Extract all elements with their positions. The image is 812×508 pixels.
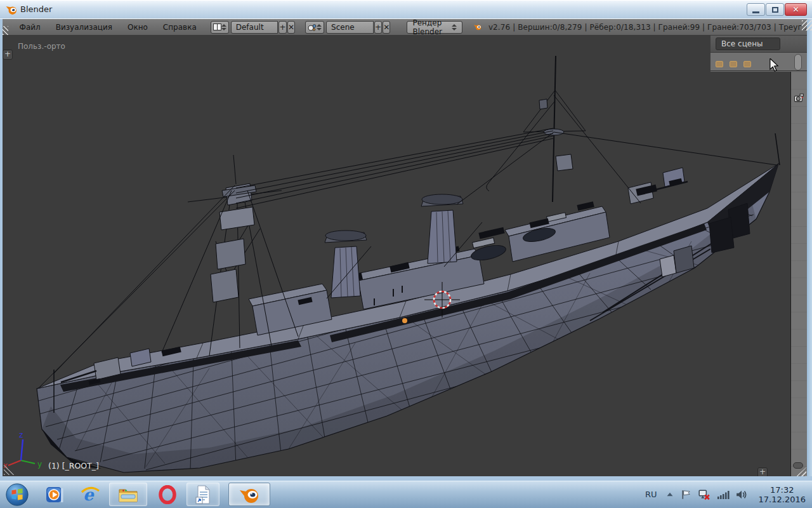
window-title: Blender — [20, 0, 52, 19]
resize-grip-icon[interactable] — [796, 467, 806, 476]
resize-grip-icon[interactable] — [802, 20, 812, 30]
outliner-header: Все сцены — [710, 36, 807, 53]
blender-icon — [239, 486, 259, 504]
window-titlebar[interactable]: Blender ✕ — [0, 0, 812, 19]
signal-bars-icon[interactable] — [717, 490, 730, 500]
opera-icon — [158, 485, 177, 504]
properties-expand-button[interactable]: + — [757, 467, 768, 476]
start-button[interactable] — [5, 483, 29, 507]
minimize-icon — [752, 11, 759, 13]
blender-app-icon — [6, 4, 17, 15]
object-origin-icon — [402, 318, 407, 323]
close-button[interactable]: ✕ — [785, 3, 807, 16]
object-icon[interactable] — [743, 61, 751, 67]
start-icon — [6, 483, 28, 505]
window-border-bottom — [0, 476, 812, 481]
language-indicator[interactable]: RU — [645, 490, 657, 499]
info-editor-header: Файл Визуализация Окно Справка Default +… — [3, 19, 807, 36]
spinner-arrows-icon — [452, 24, 457, 30]
remove-icon: ✕ — [383, 23, 390, 32]
volume-icon[interactable] — [736, 490, 747, 500]
action-center-flag-icon[interactable] — [680, 489, 691, 500]
media-player-icon — [45, 485, 64, 504]
remove-layout-button[interactable]: ✕ — [287, 21, 295, 34]
minimize-button[interactable] — [747, 3, 765, 16]
spinner-arrows-icon[interactable] — [221, 24, 226, 30]
menu-help[interactable]: Справка — [163, 23, 197, 32]
add-icon: + — [280, 23, 286, 32]
screen-layout-selector[interactable] — [211, 21, 229, 34]
render-engine-selector[interactable]: Рендер Blender — [407, 21, 462, 34]
object-icon[interactable] — [730, 61, 737, 67]
outliner-display-mode[interactable]: Все сцены — [716, 37, 780, 50]
toolshelf-expand-button[interactable]: + — [3, 50, 13, 60]
ship-wireframe-model[interactable]: x y z — [3, 36, 807, 476]
scene-icon — [308, 23, 317, 31]
outliner-panel: Все сцены — [710, 36, 807, 72]
taskbar-internet-explorer-button[interactable]: e — [80, 485, 100, 505]
maximize-button[interactable] — [766, 3, 784, 16]
taskbar-media-player-button[interactable] — [44, 485, 65, 505]
remove-scene-button[interactable]: ✕ — [383, 21, 390, 34]
explorer-icon — [117, 486, 139, 504]
window-border-right — [807, 19, 812, 476]
mouse-pointer-icon — [769, 58, 779, 72]
view-name-label: Польз.-орто — [18, 42, 65, 51]
foremast — [188, 155, 282, 356]
scrollbar-thumb[interactable] — [794, 54, 802, 70]
render-engine-value: Рендер Blender — [412, 18, 452, 36]
tray-clock[interactable]: 17:32 17.12.2016 — [759, 485, 806, 504]
add-icon: + — [375, 23, 381, 32]
screen-layout-value[interactable]: Default — [231, 21, 278, 34]
internet-explorer-icon: e — [80, 485, 100, 504]
add-layout-button[interactable]: + — [278, 21, 286, 34]
screen-layout-icon — [213, 23, 221, 30]
taskbar: e — [0, 481, 812, 508]
viewport-3d[interactable]: x y z Польз.-орто + + (1) [_ROOT_] — [3, 36, 807, 476]
menu-render[interactable]: Визуализация — [56, 23, 112, 32]
camera-icon[interactable] — [794, 93, 805, 103]
taskbar-blender-button[interactable] — [228, 483, 270, 506]
menu-file[interactable]: Файл — [20, 23, 41, 32]
scene-statistics: v2.76 | Вершин:0/8,279 | Рёбер:0/18,313 … — [488, 23, 807, 32]
scene-value[interactable]: Scene — [326, 21, 374, 34]
tray-time: 17:32 — [759, 485, 806, 495]
document-icon — [195, 485, 211, 504]
axis-gizmo-icon: x y z — [3, 431, 42, 470]
outliner-content[interactable] — [710, 53, 807, 71]
hidden-icons-chevron-icon[interactable] — [666, 491, 674, 497]
toggle-pill-icon[interactable] — [793, 462, 803, 469]
remove-icon: ✕ — [288, 23, 294, 32]
blender-logo-icon — [474, 22, 482, 32]
taskbar-opera-button[interactable] — [157, 485, 178, 505]
system-tray: RU 17:32 17.12.201 — [645, 485, 812, 504]
resize-grip-icon[interactable] — [3, 26, 8, 35]
tray-date: 17.12.2016 — [759, 495, 806, 504]
taskbar-document-button[interactable] — [187, 483, 219, 506]
ship-hull[interactable] — [37, 164, 778, 472]
network-error-icon[interactable] — [698, 489, 710, 500]
object-icon[interactable] — [716, 61, 723, 67]
scene-selector[interactable] — [305, 21, 324, 34]
properties-panel — [790, 72, 807, 476]
axis-y-label: y — [37, 460, 42, 469]
axis-z-label: z — [19, 431, 23, 439]
close-icon: ✕ — [792, 5, 799, 14]
active-object-label: (1) [_ROOT_] — [48, 461, 99, 471]
add-scene-button[interactable]: + — [374, 21, 382, 34]
spinner-arrows-icon[interactable] — [317, 24, 322, 30]
maximize-icon — [772, 7, 778, 13]
menu-window[interactable]: Окно — [128, 23, 148, 32]
taskbar-explorer-button[interactable] — [109, 483, 147, 506]
